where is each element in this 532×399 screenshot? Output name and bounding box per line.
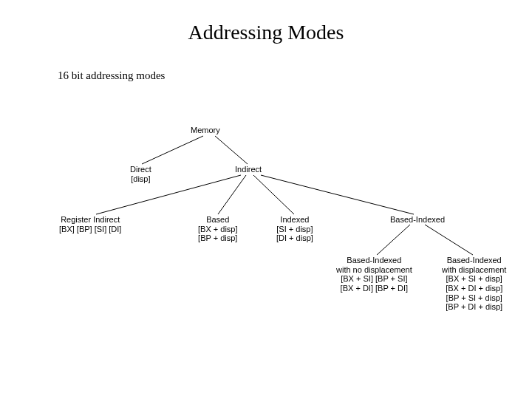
node-label: Based-Indexed — [390, 215, 445, 225]
node-label: Register Indirect — [59, 215, 121, 225]
node-based-indexed-disp: Based-Indexed with displacement [BX + SI… — [442, 256, 506, 312]
node-register-indirect: Register Indirect [BX] [BP] [SI] [DI] — [59, 215, 121, 233]
svg-line-3 — [218, 175, 246, 214]
node-detail: [BX + DI + disp] — [442, 284, 506, 293]
node-label: Indexed — [276, 215, 313, 225]
node-detail: [BX + SI + disp] — [442, 274, 506, 284]
slide-subtitle: 16 bit addressing modes — [58, 69, 165, 82]
node-detail: [SI + disp] — [276, 225, 313, 234]
slide: Addressing Modes 16 bit addressing modes… — [0, 0, 532, 399]
node-label: Based-Indexed — [442, 256, 506, 265]
node-detail: [BX + disp] — [198, 225, 238, 234]
node-indexed: Indexed [SI + disp] [DI + disp] — [276, 215, 313, 243]
node-detail: [BP + disp] — [198, 233, 238, 243]
tree-edges — [0, 0, 532, 399]
slide-title: Addressing Modes — [0, 21, 532, 44]
svg-line-7 — [425, 225, 473, 255]
svg-line-6 — [377, 225, 410, 255]
node-detail: [BX + DI] [BP + DI] — [336, 284, 412, 293]
node-based-indexed: Based-Indexed — [390, 215, 445, 225]
node-detail: [BP + SI + disp] — [442, 293, 506, 303]
node-label: Based — [198, 215, 238, 225]
node-detail: [BP + DI + disp] — [442, 302, 506, 312]
svg-line-1 — [215, 136, 248, 164]
node-label: Indirect — [235, 165, 262, 174]
svg-line-2 — [96, 175, 241, 214]
node-detail: [DI + disp] — [276, 233, 313, 243]
node-label: Direct — [130, 165, 151, 174]
node-memory: Memory — [191, 126, 220, 135]
node-detail: [BX + SI] [BP + SI] — [336, 274, 412, 284]
node-based-indexed-no-disp: Based-Indexed with no displacement [BX +… — [336, 256, 412, 293]
node-based: Based [BX + disp] [BP + disp] — [198, 215, 238, 243]
node-label: with displacement — [442, 265, 506, 275]
node-detail: [disp] — [130, 174, 151, 184]
node-label: Memory — [191, 126, 220, 135]
svg-line-4 — [253, 175, 294, 214]
node-direct: Direct [disp] — [130, 165, 151, 183]
node-label: Based-Indexed — [336, 256, 412, 265]
svg-line-0 — [142, 136, 203, 164]
node-detail: [BX] [BP] [SI] [DI] — [59, 225, 121, 234]
node-indirect: Indirect — [235, 165, 262, 174]
svg-line-5 — [261, 175, 414, 214]
node-label: with no displacement — [336, 265, 412, 275]
